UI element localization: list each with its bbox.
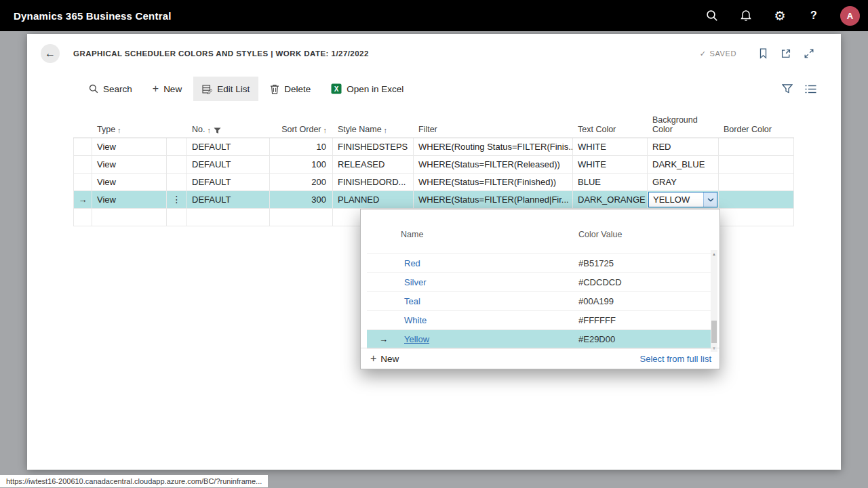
dropdown-new-button[interactable]: + New bbox=[370, 353, 399, 364]
cell-border-color[interactable] bbox=[719, 209, 794, 226]
row-selector-cell[interactable] bbox=[73, 174, 92, 190]
row-menu-cell[interactable] bbox=[167, 138, 187, 155]
option-name-link[interactable]: Teal bbox=[404, 296, 420, 306]
cell-type[interactable]: View bbox=[92, 138, 167, 155]
cell-type[interactable]: View bbox=[92, 174, 167, 190]
background-color-combobox[interactable]: YELLOW bbox=[648, 192, 717, 207]
row-menu-cell[interactable] bbox=[167, 156, 187, 173]
cell-text-color[interactable]: WHITE bbox=[573, 156, 648, 173]
dropdown-option[interactable]: Red #B51725 bbox=[367, 254, 711, 273]
table-row[interactable]: View DEFAULT 100 RELEASED WHERE(Status=F… bbox=[73, 156, 794, 174]
cell-text-color[interactable]: BLUE bbox=[573, 174, 648, 190]
focus-mode-icon[interactable] bbox=[803, 47, 815, 60]
cell-filter[interactable]: WHERE(Status=FILTER(Planned|Fir... bbox=[414, 191, 573, 208]
filter-icon[interactable] bbox=[781, 83, 793, 95]
cell-style-name[interactable]: FINISHEDSTEPS bbox=[333, 138, 414, 155]
dropdown-option-selected[interactable]: → Yellow #E29D00 bbox=[367, 330, 711, 349]
cell-filter[interactable]: WHERE(Status=FILTER(Released)) bbox=[414, 156, 573, 173]
scrollbar-thumb[interactable] bbox=[711, 321, 717, 343]
select-from-full-list-link[interactable]: Select from full list bbox=[640, 354, 711, 364]
cell-border-color[interactable] bbox=[719, 138, 794, 155]
header-border-color[interactable]: Border Color bbox=[719, 110, 794, 138]
cell-border-color[interactable] bbox=[719, 156, 794, 173]
row-selector-cell[interactable] bbox=[73, 209, 92, 226]
header-text-color[interactable]: Text Color bbox=[573, 110, 648, 138]
cell-sort-order[interactable]: 10 bbox=[270, 138, 333, 155]
dropdown-scrollbar[interactable]: ▲ ▼ bbox=[711, 250, 717, 352]
back-button[interactable]: ← bbox=[41, 44, 60, 63]
dropdown-value-header: Color Value bbox=[578, 230, 622, 239]
cell-sort-order[interactable]: 100 bbox=[270, 156, 333, 173]
cell-type[interactable]: View bbox=[92, 156, 167, 173]
top-navigation-bar: Dynamics 365 Business Central ⚙ ? A bbox=[0, 0, 868, 31]
user-avatar[interactable]: A bbox=[840, 6, 860, 26]
cell-filter[interactable]: WHERE(Routing Status=FILTER(Finis... bbox=[414, 138, 573, 155]
dropdown-option-clipped[interactable] bbox=[367, 245, 711, 254]
header-style-name[interactable]: Style Name↑ bbox=[333, 110, 414, 138]
cell-background-color[interactable]: RED bbox=[648, 138, 719, 155]
notifications-bell-icon[interactable] bbox=[738, 8, 753, 23]
help-icon[interactable]: ? bbox=[806, 8, 821, 23]
combobox-dropdown-button[interactable] bbox=[703, 192, 717, 207]
table-header-row: Type↑ No.↑ Sort Order↑ Style Name↑ Filte… bbox=[73, 110, 794, 138]
cell-sort-order[interactable] bbox=[270, 209, 333, 226]
option-name-link[interactable]: Red bbox=[404, 258, 420, 268]
scroll-up-icon[interactable]: ▲ bbox=[711, 250, 717, 258]
cell-no[interactable]: DEFAULT bbox=[187, 174, 270, 190]
row-selector-cell[interactable]: → bbox=[73, 191, 92, 208]
settings-gear-icon[interactable]: ⚙ bbox=[772, 8, 787, 23]
cell-sort-order[interactable]: 300 bbox=[270, 191, 333, 208]
cell-no[interactable]: DEFAULT bbox=[187, 138, 270, 155]
cell-filter[interactable]: WHERE(Status=FILTER(Finished)) bbox=[414, 174, 573, 190]
dropdown-option[interactable]: Teal #00A199 bbox=[367, 292, 711, 311]
cell-style-name[interactable]: RELEASED bbox=[333, 156, 414, 173]
row-menu-cell[interactable] bbox=[167, 174, 187, 190]
search-icon[interactable] bbox=[705, 8, 719, 23]
dropdown-option[interactable]: Silver #CDCDCD bbox=[367, 273, 711, 292]
cell-border-color[interactable] bbox=[719, 191, 794, 208]
header-no[interactable]: No.↑ bbox=[187, 110, 270, 138]
cell-no[interactable]: DEFAULT bbox=[187, 191, 270, 208]
cell-no[interactable]: DEFAULT bbox=[187, 156, 270, 173]
page-title: GRAPHICAL SCHEDULER COLORS AND STYLES | … bbox=[73, 49, 369, 58]
cell-background-color[interactable]: DARK_BLUE bbox=[648, 156, 719, 173]
app-title[interactable]: Dynamics 365 Business Central bbox=[14, 10, 172, 22]
cell-border-color[interactable] bbox=[719, 174, 794, 190]
row-selector-cell[interactable] bbox=[73, 138, 92, 155]
show-list-icon[interactable] bbox=[804, 83, 816, 95]
option-name-link[interactable]: Silver bbox=[404, 277, 427, 287]
cell-text-color[interactable]: DARK_ORANGE bbox=[573, 191, 648, 208]
open-in-excel-button[interactable]: X Open in Excel bbox=[322, 77, 412, 101]
row-selector-cell[interactable] bbox=[73, 156, 92, 173]
delete-button[interactable]: Delete bbox=[261, 77, 319, 101]
open-in-new-window-icon[interactable] bbox=[780, 47, 792, 60]
cell-type[interactable]: View bbox=[92, 191, 167, 208]
cell-sort-order[interactable]: 200 bbox=[270, 174, 333, 190]
cell-style-name[interactable]: FINISHEDORD... bbox=[333, 174, 414, 190]
header-sort-order[interactable]: Sort Order↑ bbox=[270, 110, 333, 138]
header-filter[interactable]: Filter bbox=[414, 110, 573, 138]
combobox-value[interactable]: YELLOW bbox=[649, 192, 703, 207]
bookmark-icon[interactable] bbox=[757, 47, 769, 60]
new-button-label: New bbox=[163, 84, 182, 94]
header-type[interactable]: Type↑ bbox=[92, 110, 167, 138]
header-background-color[interactable]: BackgroundColor bbox=[648, 110, 719, 138]
row-menu-cell[interactable] bbox=[167, 209, 187, 226]
cell-no[interactable] bbox=[187, 209, 270, 226]
cell-background-color[interactable]: GRAY bbox=[648, 174, 719, 190]
option-name-link[interactable]: White bbox=[404, 315, 427, 325]
search-button[interactable]: Search bbox=[80, 77, 141, 101]
table-row-selected[interactable]: → View ⋮ DEFAULT 300 PLANNED WHERE(Statu… bbox=[73, 191, 794, 209]
back-arrow-icon: ← bbox=[45, 47, 56, 60]
table-row[interactable]: View DEFAULT 200 FINISHEDORD... WHERE(St… bbox=[73, 174, 794, 191]
option-name-link[interactable]: Yellow bbox=[404, 334, 429, 344]
new-button[interactable]: + New bbox=[144, 77, 191, 101]
row-menu-cell[interactable]: ⋮ bbox=[167, 191, 187, 208]
edit-list-button[interactable]: Edit List bbox=[193, 77, 258, 101]
table-row[interactable]: View DEFAULT 10 FINISHEDSTEPS WHERE(Rout… bbox=[73, 138, 794, 156]
cell-style-name[interactable]: PLANNED bbox=[333, 191, 414, 208]
dropdown-option[interactable]: White #FFFFFF bbox=[367, 311, 711, 330]
cell-type[interactable] bbox=[92, 209, 167, 226]
cell-text-color[interactable]: WHITE bbox=[573, 138, 648, 155]
dropdown-options: Red #B51725 Silver #CDCDCD Teal #00A199 … bbox=[367, 245, 711, 349]
